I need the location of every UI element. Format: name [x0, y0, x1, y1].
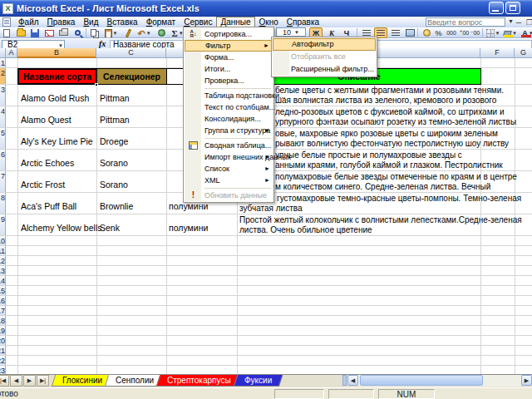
sheet-row[interactable]: 21	[0, 346, 532, 356]
sheet-tab-fuksii[interactable]: Фуксии	[234, 375, 283, 387]
column-header-g[interactable]: G	[515, 48, 532, 58]
sheet-row[interactable]: 13	[0, 266, 532, 276]
font-size-select[interactable]: 10▼	[276, 27, 306, 37]
format-painter-icon[interactable]	[121, 27, 135, 38]
table-row[interactable]: 9 Alchemy Yellow bells Senk полумини Про…	[0, 214, 532, 236]
breeder-name[interactable]: Pittman	[100, 115, 130, 125]
sheet-row[interactable]: 20	[0, 336, 532, 346]
sheet-row[interactable]: 15	[0, 286, 532, 296]
variety-name[interactable]: Alamo Quest	[21, 115, 71, 125]
menu-view[interactable]: Вид	[79, 17, 102, 27]
sheet-row[interactable]: 18	[0, 316, 532, 326]
next-sheet-icon[interactable]: ▶	[23, 375, 36, 387]
cell-c2-breeder-header[interactable]: Селекционер	[96, 68, 167, 85]
scrollbar-track[interactable]	[358, 375, 521, 387]
cell-b2-selected[interactable]: Название сорта	[17, 68, 97, 85]
minimize-button[interactable]	[489, 2, 504, 14]
menu-item-pivot-table[interactable]: Сводная таблица...	[185, 140, 273, 151]
question-input[interactable]	[426, 17, 505, 27]
first-sheet-icon[interactable]: |◀	[0, 375, 9, 387]
column-header-a[interactable]: A	[6, 48, 17, 58]
sheet-row[interactable]: 17	[0, 306, 532, 316]
breeder-name[interactable]: Pittman	[100, 93, 130, 103]
borders-icon[interactable]: ▼	[485, 27, 501, 38]
sheet-row[interactable]: 10	[0, 236, 532, 246]
menu-item-sort[interactable]: АЯ↓ Сортировка...	[185, 28, 273, 40]
search-icon[interactable]	[71, 27, 84, 38]
variety-name[interactable]: Aly's Key Lime Pie	[21, 136, 93, 146]
menu-item-text-to-columns[interactable]: Текст по столбцам...	[185, 101, 273, 113]
menu-item-group-outline[interactable]: Группа и структура►	[185, 125, 273, 136]
breeder-name[interactable]: Sorano	[100, 158, 128, 168]
variety-name[interactable]: Alchemy Yellow bells	[21, 223, 101, 233]
breeder-name[interactable]: Senk	[100, 223, 120, 233]
select-all-corner[interactable]	[0, 48, 6, 58]
sheet-row[interactable]: 12	[0, 256, 532, 266]
email-icon[interactable]	[42, 27, 56, 38]
breeder-name[interactable]: Sorano	[100, 180, 128, 190]
variety-name[interactable]: Arctic Frost	[21, 180, 65, 190]
question-dropdown-icon[interactable]: ▼	[508, 18, 514, 24]
increase-decimal-icon[interactable]: ⁺00	[459, 27, 470, 38]
fill-color-icon[interactable]: ▼	[502, 27, 519, 38]
submenu-item-advanced-filter[interactable]: Расширенный фильтр...	[273, 63, 376, 76]
restore-button[interactable]	[505, 2, 520, 14]
fill-handle[interactable]	[95, 83, 98, 86]
undo-icon[interactable]: ↶▼	[135, 27, 153, 38]
paste-icon[interactable]: ▼	[102, 27, 120, 38]
menu-edit[interactable]: Правка	[43, 17, 80, 27]
copy-icon[interactable]	[88, 27, 101, 38]
decrease-decimal-icon[interactable]: ⁻00	[470, 27, 480, 38]
breeder-name[interactable]: Droege	[100, 136, 128, 146]
sheet-row[interactable]: 23	[0, 366, 532, 374]
insert-function-icon[interactable]: fx	[99, 39, 106, 48]
menu-help[interactable]: Справка	[283, 17, 323, 27]
last-sheet-icon[interactable]: ▶|	[37, 375, 49, 387]
scrollbar-thumb[interactable]	[360, 375, 483, 386]
variety-name[interactable]: Arctic Echoes	[21, 158, 74, 168]
align-right-icon[interactable]	[389, 27, 402, 38]
menu-format[interactable]: Формат	[142, 17, 180, 27]
menu-item-import-external-data[interactable]: Импорт внешних данных►	[185, 151, 273, 163]
save-icon[interactable]	[28, 27, 42, 38]
tab-split-handle[interactable]	[342, 375, 347, 386]
insert-hyperlink-icon[interactable]	[155, 27, 168, 38]
menu-file[interactable]: Файл	[14, 17, 43, 27]
merge-center-icon[interactable]	[403, 27, 416, 38]
open-folder-icon[interactable]	[14, 27, 27, 38]
menu-item-validation[interactable]: Проверка...	[185, 75, 273, 86]
menu-item-form[interactable]: Форма...	[185, 52, 273, 63]
submenu-item-autofilter[interactable]: Автофильтр	[273, 38, 376, 51]
sheet-row[interactable]: 16	[0, 296, 532, 306]
sheet-row[interactable]: 14	[0, 276, 532, 286]
workbook-restore-button[interactable]: ❒	[525, 18, 532, 27]
print-icon[interactable]	[57, 27, 70, 38]
sheet-row[interactable]: 19	[0, 326, 532, 336]
scroll-left-icon[interactable]: ◀	[347, 375, 358, 386]
comma-style-button[interactable]: 000	[445, 27, 458, 38]
size-value[interactable]: полумини	[169, 223, 208, 233]
menu-item-filter[interactable]: Фильтр►	[185, 40, 273, 52]
prev-sheet-icon[interactable]: ◀	[10, 375, 22, 387]
variety-name[interactable]: Alamo Gold Rush	[21, 93, 89, 103]
scroll-right-icon[interactable]: ▶	[521, 375, 532, 386]
menu-item-table[interactable]: Таблица подстановки...	[185, 90, 273, 101]
menu-item-xml[interactable]: XML►	[185, 175, 273, 186]
workbook-minimize-button[interactable]: ─	[514, 18, 524, 27]
menu-item-subtotals[interactable]: Итоги...	[185, 63, 273, 75]
breeder-name[interactable]: Brownlie	[100, 201, 133, 211]
variety-name[interactable]: Aca's Puff Ball	[21, 201, 76, 211]
new-document-icon[interactable]	[0, 27, 13, 38]
column-header-b[interactable]: B	[17, 48, 96, 58]
description-cell[interactable]: Простой желтый колокольчик с волнистыми …	[237, 215, 480, 235]
column-header-c[interactable]: C	[96, 48, 166, 58]
font-color-icon[interactable]: А▼	[520, 27, 532, 38]
menu-item-list[interactable]: Список►	[185, 163, 273, 175]
sheet-tab-streptokarpusy[interactable]: Стрептокарпусы	[156, 375, 242, 387]
percent-style-button[interactable]: %	[433, 27, 444, 38]
menu-item-consolidate[interactable]: Консолидация...	[185, 113, 273, 125]
currency-icon[interactable]	[420, 27, 433, 38]
sheet-row[interactable]: 11	[0, 246, 532, 256]
column-header-f[interactable]: F	[480, 48, 515, 58]
menu-insert[interactable]: Вставка	[102, 17, 141, 27]
